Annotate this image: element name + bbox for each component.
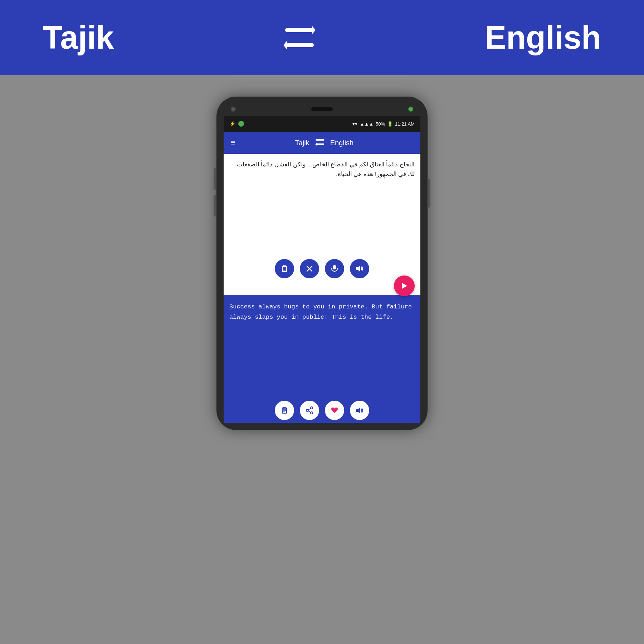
svg-point-24 xyxy=(311,407,313,409)
speaker-input-button[interactable] xyxy=(350,259,369,278)
copy-output-button[interactable] xyxy=(275,401,294,420)
usb-icon: ⚡ xyxy=(229,121,235,127)
swap-languages-icon[interactable] xyxy=(283,25,316,50)
phone-mockup: ⚡ ● ▾▾ ▲▲▲ 50% 🔋 11:21 AM ≡ Tajik xyxy=(216,97,428,430)
status-bar: ⚡ ● ▾▾ ▲▲▲ 50% 🔋 11:21 AM xyxy=(224,116,420,132)
front-camera xyxy=(231,107,236,112)
wifi-icon: ▾▾ xyxy=(352,121,357,127)
svg-marker-1 xyxy=(312,26,316,34)
svg-marker-29 xyxy=(356,407,360,414)
favorite-button[interactable] xyxy=(325,401,344,420)
svg-marker-3 xyxy=(283,41,287,49)
clock: 11:21 AM xyxy=(395,121,415,127)
toolbar-source-lang[interactable]: Tajik xyxy=(295,139,309,147)
target-language-label[interactable]: English xyxy=(485,19,601,56)
hamburger-menu-icon[interactable]: ≡ xyxy=(231,138,235,147)
indicator-light xyxy=(408,107,413,112)
notification-icon: ● xyxy=(238,121,244,127)
app-toolbar: ≡ Tajik English xyxy=(224,132,420,154)
output-text-area: Success always hugs to you in private. B… xyxy=(224,295,420,395)
clear-button[interactable] xyxy=(300,259,319,278)
input-action-buttons xyxy=(224,254,420,282)
toolbar-swap-icon[interactable] xyxy=(315,138,325,147)
phone-body: ⚡ ● ▾▾ ▲▲▲ 50% 🔋 11:21 AM ≡ Tajik xyxy=(216,97,428,430)
svg-rect-6 xyxy=(316,143,324,145)
output-action-buttons xyxy=(224,395,420,423)
phone-screen: ⚡ ● ▾▾ ▲▲▲ 50% 🔋 11:21 AM ≡ Tajik xyxy=(224,116,420,423)
earpiece-speaker xyxy=(311,107,333,111)
svg-point-25 xyxy=(306,409,308,411)
input-text-area[interactable]: النجاح دائماً العناق لكم في القطاع الخاص… xyxy=(224,154,420,254)
share-button[interactable] xyxy=(300,401,319,420)
svg-line-27 xyxy=(308,409,311,410)
status-left-icons: ⚡ ● xyxy=(229,121,244,127)
svg-rect-15 xyxy=(333,265,336,269)
source-language-label[interactable]: Tajik xyxy=(43,19,114,56)
translated-text: Success always hugs to you in private. B… xyxy=(229,302,415,323)
svg-line-28 xyxy=(308,411,311,413)
toolbar-target-lang[interactable]: English xyxy=(330,139,354,147)
volume-down-button xyxy=(214,195,216,216)
source-text[interactable]: النجاح دائماً العناق لكم في القطاع الخاص… xyxy=(229,160,415,179)
svg-marker-5 xyxy=(323,138,325,141)
status-right-info: ▾▾ ▲▲▲ 50% 🔋 11:21 AM xyxy=(352,121,415,127)
svg-point-26 xyxy=(311,412,313,414)
volume-up-button xyxy=(214,168,216,190)
svg-marker-7 xyxy=(315,143,317,146)
svg-rect-2 xyxy=(285,43,314,47)
top-banner: Tajik English xyxy=(0,0,644,75)
svg-rect-0 xyxy=(285,28,314,32)
phone-top-area xyxy=(224,104,420,116)
svg-marker-18 xyxy=(402,283,407,289)
translate-button[interactable] xyxy=(394,275,415,296)
translate-btn-container xyxy=(224,282,420,295)
svg-marker-17 xyxy=(356,265,360,272)
battery-percent: 50% xyxy=(376,121,385,127)
speaker-output-button[interactable] xyxy=(350,401,369,420)
clipboard-button[interactable] xyxy=(275,259,294,278)
microphone-button[interactable] xyxy=(325,259,344,278)
battery-icon: 🔋 xyxy=(387,121,393,127)
svg-rect-4 xyxy=(316,139,323,141)
power-button xyxy=(428,179,430,208)
signal-icon: ▲▲▲ xyxy=(360,121,374,127)
screen-body: النجاح دائماً العناق لكم في القطاع الخاص… xyxy=(224,154,420,423)
language-switcher: Tajik English xyxy=(235,138,413,147)
